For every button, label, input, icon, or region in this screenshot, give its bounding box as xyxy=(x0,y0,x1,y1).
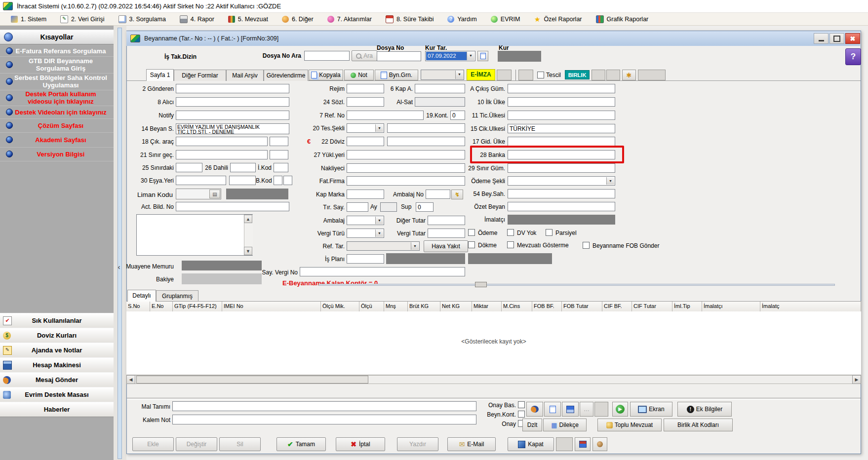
column-header-imei[interactable]: IMEI No xyxy=(222,302,321,312)
menu-rapor[interactable]: 4. Rapor xyxy=(173,13,221,25)
documents-button[interactable] xyxy=(544,402,561,417)
dzlt-button[interactable]: Dzlt xyxy=(522,419,542,431)
dv-yok-checkbox[interactable] xyxy=(507,229,514,236)
dilekce-button[interactable]: ▦Dilekçe xyxy=(543,419,587,431)
dahili-input[interactable] xyxy=(230,163,256,172)
sidebar-item-akademi[interactable]: Akademi Sayfası xyxy=(0,132,114,148)
ref-no-input[interactable] xyxy=(347,111,424,120)
sidebar-tool-destek-masasi[interactable]: Evrim Destek Masası xyxy=(0,387,114,402)
sidebar-item-gtb-dir[interactable]: GTB DIR Beyanname Sorgulama Giriş xyxy=(0,56,114,74)
yukl-yeri-input[interactable] xyxy=(347,150,465,159)
blank-action-button[interactable] xyxy=(556,437,573,451)
tab-gruplanmis[interactable]: Gruplanmış xyxy=(156,290,198,302)
banka-input[interactable] xyxy=(508,150,615,159)
b-kod-input1[interactable] xyxy=(274,176,282,185)
ara-button[interactable]: Ara xyxy=(352,50,377,61)
cik-arac-input[interactable] xyxy=(176,137,268,146)
detail-splitter-thumb[interactable] xyxy=(475,282,487,287)
menu-yardim[interactable]: ?Yardım xyxy=(440,13,483,25)
odeme-sekli-combo[interactable]: ▼ xyxy=(508,176,615,186)
sidebar-tool-haberler[interactable]: Haberler xyxy=(0,402,114,417)
go-button[interactable]: ▶ xyxy=(612,402,628,417)
menu-mevzuat[interactable]: 5. Mevzuat xyxy=(221,13,275,25)
toplu-mevzuat-button[interactable]: Toplu Mevzuat xyxy=(597,419,662,431)
birlik-badge[interactable]: BIRLIK xyxy=(565,70,590,79)
hava-yakit-button[interactable]: Hava Yakıt xyxy=(424,240,468,252)
close-button[interactable]: ✖ xyxy=(845,33,860,44)
column-header-net-kg[interactable]: Net KG xyxy=(440,302,472,312)
esya-yeri-input[interactable] xyxy=(176,176,226,185)
sidebar-item-serbest-bolgeler[interactable]: Serbest Bölgeler Saha Kontrol Uygulaması xyxy=(0,73,114,90)
chevron-down-icon[interactable]: ▼ xyxy=(375,124,383,132)
sidebar-item-destek-portali[interactable]: Destek Portalı kullanım videosu için tık… xyxy=(0,90,114,106)
mevzuati-checkbox[interactable] xyxy=(507,241,514,248)
building-button[interactable] xyxy=(575,437,591,451)
maximize-button[interactable] xyxy=(829,33,844,44)
menu-grafik-raporlar[interactable]: Grafik Raporlar xyxy=(589,13,656,25)
column-header-mns[interactable]: Mnş xyxy=(384,302,408,312)
tes-sekli-combo[interactable]: ▼ xyxy=(347,123,384,133)
detail-splitter-track[interactable] xyxy=(318,284,835,286)
alici-input[interactable] xyxy=(176,97,289,107)
tab-diger-formlar[interactable]: Diğer Formlar xyxy=(174,70,226,81)
mal-tanimi-input[interactable] xyxy=(172,401,476,411)
column-header-mcins[interactable]: M.Cins xyxy=(502,302,532,312)
column-header-fob-tutar[interactable]: FOB Tutar xyxy=(562,302,602,312)
gid-ulke-input[interactable] xyxy=(508,137,615,146)
blank-toolbar-button2[interactable] xyxy=(518,70,533,80)
blank-toolbar-button[interactable] xyxy=(497,70,512,80)
menu-sistem[interactable]: 1. Sistem xyxy=(4,13,53,25)
chevron-right-icon[interactable]: ▶ xyxy=(852,375,861,384)
blank-bottom-button[interactable] xyxy=(594,402,608,417)
onay-bas-checkbox[interactable] xyxy=(518,401,525,408)
sidebar-item-destek-videolari[interactable]: Destek Videoları için tıklayınız xyxy=(0,106,114,119)
act-bild-no-input[interactable] xyxy=(176,202,289,211)
beyan-s-input[interactable]: EVRİM YAZILIM VE DANIŞMANLIK TİC.LTD.ŞTİ… xyxy=(176,123,289,134)
memo-textarea[interactable] xyxy=(136,214,253,256)
ozet-beyan-input[interactable] xyxy=(508,202,615,211)
esya-yeri-code-input[interactable] xyxy=(229,176,256,185)
sidebar-header[interactable]: Kısayollar xyxy=(0,30,114,44)
say-vergi-no-input[interactable] xyxy=(300,267,465,276)
menu-sorgulama[interactable]: 3. Sorgulama xyxy=(112,13,173,25)
cik-ulkesi-input[interactable] xyxy=(508,124,615,133)
odeme-checkbox[interactable] xyxy=(468,229,475,236)
i-kod-input[interactable] xyxy=(274,163,288,172)
basket-button[interactable]: ✱ xyxy=(622,70,636,80)
vergi-turu-combo[interactable]: ▼ xyxy=(347,229,384,238)
tab-gorevlendirme[interactable]: Görevlendirme xyxy=(264,70,308,81)
column-header-fob-bf[interactable]: FOB BF. xyxy=(532,302,562,312)
bey-sah-input[interactable] xyxy=(508,189,615,198)
column-header-brut-kg[interactable]: Brüt KG xyxy=(408,302,440,312)
e-imza-badge[interactable]: E-İMZA xyxy=(467,69,495,80)
sinir-gec-code-input[interactable] xyxy=(270,150,288,159)
kur-detail-button[interactable] xyxy=(477,51,488,61)
sinir-gec-input[interactable] xyxy=(176,150,268,159)
menu-aktarimlar[interactable]: 7. Aktarımlar xyxy=(320,13,379,25)
sidebar-item-versiyon[interactable]: Versiyon Bilgisi xyxy=(0,147,114,161)
more-button[interactable]: … xyxy=(580,402,593,417)
kalem-not-input[interactable] xyxy=(172,415,476,424)
ambalaj-no-input[interactable] xyxy=(426,190,450,199)
tab-mail-arsiv[interactable]: Mail Arşiv xyxy=(226,70,264,81)
sinirdaki-input[interactable] xyxy=(176,163,202,172)
beyanname-combo[interactable]: ▼ xyxy=(421,70,464,80)
tic-ulkesi-input[interactable] xyxy=(508,111,615,120)
birlik-alt-kodlari-button[interactable]: Birlik Alt Kodları xyxy=(664,419,733,431)
ekran-button[interactable]: Ekran xyxy=(630,402,672,417)
chevron-down-icon[interactable]: ▼ xyxy=(411,242,419,250)
degistir-button[interactable]: Değiştir xyxy=(176,437,217,451)
column-header-olcu[interactable]: Ölçü xyxy=(359,302,384,312)
tab-sayfa1[interactable]: Sayfa 1 xyxy=(146,69,174,81)
ek-bilgiler-button[interactable]: !Ek Bilgiler xyxy=(677,402,732,417)
chevron-up-icon[interactable]: ▲ xyxy=(244,215,252,223)
column-header-eno[interactable]: E.No xyxy=(150,302,173,312)
nakliyeci-input[interactable] xyxy=(347,163,465,173)
yazdir-button[interactable]: Yazdır xyxy=(397,437,438,451)
sidebar-item-cozum-sayfasi[interactable]: Çözüm Sayfası xyxy=(0,118,114,133)
dosya-no-ara-input[interactable] xyxy=(304,51,350,61)
blank-toolbar-button5[interactable] xyxy=(638,70,666,80)
cikis-gum-input[interactable] xyxy=(508,84,615,93)
dosya-no-input[interactable] xyxy=(377,51,421,61)
sinir-gum-input[interactable] xyxy=(508,163,615,173)
